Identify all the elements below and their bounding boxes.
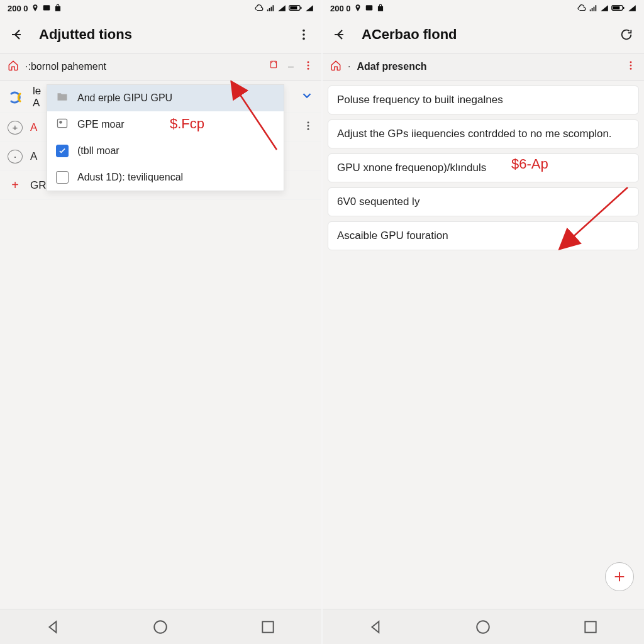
svg-rect-2	[301, 7, 302, 9]
dropdown-menu: And erple GIPU GPU GPE moar (tbll moar A…	[47, 84, 284, 191]
dropdown-item[interactable]: (tbll moar	[47, 138, 284, 164]
dropdown-label: GPE moar	[77, 119, 125, 130]
card-item[interactable]: Ascaible GPU fouration	[328, 221, 639, 250]
cloud-icon	[255, 4, 264, 13]
signal2-icon	[277, 4, 286, 13]
svg-rect-28	[585, 621, 596, 632]
dropdown-item[interactable]: GPE moar	[47, 111, 284, 138]
nav-recent-icon[interactable]	[260, 619, 276, 635]
back-button[interactable]	[8, 25, 28, 45]
section-more-button[interactable]	[303, 60, 314, 74]
nav-back-icon[interactable]	[368, 619, 384, 635]
app-bar: ACerbao flond	[323, 16, 644, 53]
card-text: Poluse frequency to built inegalnes	[337, 94, 503, 106]
card-item[interactable]: GPU xnone frequenop)/klınduls	[328, 153, 639, 182]
chevron-down-icon[interactable]	[300, 89, 314, 106]
status-time: 200 0	[330, 4, 351, 13]
svg-rect-18	[262, 621, 273, 632]
card-text: 6V0 sequented ly	[337, 196, 419, 208]
fab-add-button[interactable]	[605, 562, 634, 591]
svg-point-25	[630, 68, 632, 70]
card-text: Ascaible GPU fouration	[337, 230, 448, 242]
section-more-button[interactable]	[625, 60, 636, 74]
nav-back-icon[interactable]	[45, 619, 62, 635]
svg-point-27	[477, 621, 490, 633]
location-icon	[353, 4, 362, 13]
svg-point-13	[308, 128, 309, 130]
card-item[interactable]: Adjust the GPs iiequencies contrdded to …	[328, 119, 639, 148]
svg-point-4	[303, 30, 305, 32]
status-bar: 200 0	[323, 0, 644, 16]
section-title: ·:bornol pahement	[25, 61, 106, 72]
signal3-icon	[305, 4, 314, 13]
card-text: Adjust the GPs iiequencies contrdded to …	[337, 128, 612, 140]
dropdown-label: (tbll moar	[77, 145, 119, 157]
row-more-button[interactable]	[303, 120, 314, 135]
dropdown-item[interactable]: Adust 1D): teviliquencal	[47, 164, 284, 191]
home-icon	[330, 60, 341, 74]
content-area: Poluse frequency to built inegalnes Adju…	[323, 80, 644, 609]
minus-icon[interactable]: –	[288, 61, 294, 72]
more-button[interactable]	[294, 25, 314, 45]
content-area: le A + A · A + GRN adjust fion do	[0, 80, 321, 609]
row-text: A	[30, 121, 37, 134]
svg-rect-3	[290, 6, 297, 9]
nav-bar	[323, 609, 644, 644]
svg-rect-22	[613, 6, 619, 9]
bag-icon	[53, 4, 62, 13]
location-icon	[31, 4, 40, 13]
nav-home-icon[interactable]	[152, 619, 169, 635]
dropdown-label: And erple GIPU GPU	[77, 92, 172, 104]
nav-home-icon[interactable]	[475, 619, 491, 635]
folder-icon	[56, 91, 69, 106]
dropdown-label: Adust 1D): teviliquencal	[77, 172, 183, 183]
checkbox-unchecked-icon[interactable]	[56, 171, 69, 184]
card-item[interactable]: 6V0 sequented ly	[328, 187, 639, 216]
add-icon[interactable]: +	[8, 178, 23, 192]
svg-point-12	[308, 125, 309, 127]
svg-point-9	[308, 65, 309, 67]
bullet-icon: ·	[8, 150, 23, 164]
status-time: 200 0	[8, 4, 28, 13]
status-bar: 200 0	[0, 0, 321, 16]
phone-right: 200 0	[323, 0, 644, 644]
svg-point-8	[308, 61, 309, 63]
cloud-icon	[577, 4, 586, 13]
signal2-icon	[600, 4, 609, 13]
card-item[interactable]: Poluse frequency to built inegalnes	[328, 86, 639, 114]
svg-rect-19	[365, 5, 372, 10]
chat-icon	[42, 4, 51, 13]
bag-icon	[376, 4, 385, 13]
section-header[interactable]: ·:bornol pahement –	[0, 53, 321, 80]
nav-bar	[0, 609, 321, 644]
image-icon	[56, 117, 69, 132]
svg-rect-21	[623, 7, 625, 9]
row-text: le	[33, 86, 41, 97]
svg-point-24	[630, 65, 632, 67]
dropdown-item[interactable]: And erple GIPU GPU	[47, 85, 284, 111]
pin-icon[interactable]	[268, 60, 279, 74]
checkbox-checked-icon[interactable]	[56, 145, 69, 157]
home-icon	[8, 60, 19, 74]
battery-icon	[289, 4, 303, 13]
phone-left: 200 0	[0, 0, 321, 644]
app-bar: Adjutted tions	[0, 16, 321, 53]
section-header[interactable]: · Adaf presench	[323, 53, 644, 80]
svg-rect-0	[43, 5, 50, 10]
svg-point-17	[155, 621, 167, 633]
section-title: Adaf presench	[357, 61, 426, 72]
svg-rect-14	[58, 119, 67, 127]
nav-recent-icon[interactable]	[582, 619, 599, 635]
signal-icon	[266, 4, 275, 13]
svg-point-15	[60, 121, 62, 123]
refresh-button[interactable]	[616, 25, 636, 45]
row-text2: A	[33, 97, 41, 109]
add-icon[interactable]: +	[8, 121, 23, 135]
back-button[interactable]	[330, 25, 350, 45]
battery-icon	[611, 4, 625, 13]
svg-point-11	[308, 122, 309, 124]
svg-point-23	[630, 61, 632, 63]
svg-point-5	[303, 33, 305, 36]
row-text: A	[30, 150, 37, 163]
page-title: Adjutted tions	[39, 26, 132, 43]
